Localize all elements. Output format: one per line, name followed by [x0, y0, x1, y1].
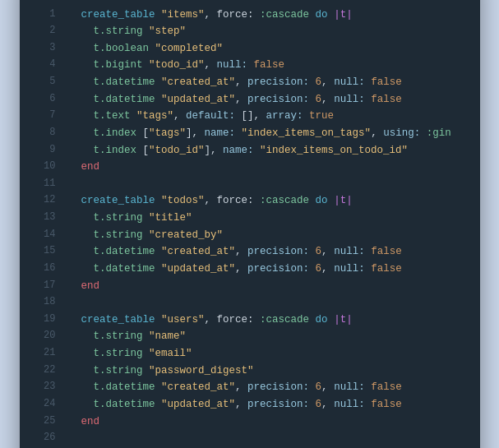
- code-line: 15 t.datetime "created_at", precision: 6…: [33, 243, 467, 261]
- code-line: 14 t.string "created_by": [33, 227, 467, 244]
- code-line: 8 t.index ["tags"], name: "index_items_o…: [33, 125, 467, 142]
- code-line: 6 t.datetime "updated_at", precision: 6,…: [33, 91, 467, 109]
- code-line: 7 t.text "tags", default: [], array: tru…: [33, 108, 467, 125]
- code-line: 25 end: [33, 413, 467, 431]
- code-line: 26: [33, 430, 467, 447]
- code-editor-window: 1 create_table "items", force: :cascade …: [20, 0, 480, 448]
- code-line: 5 t.datetime "created_at", precision: 6,…: [33, 74, 467, 91]
- code-line: 12 create_table "todos", force: :cascade…: [33, 192, 467, 210]
- code-line: 24 t.datetime "updated_at", precision: 6…: [33, 396, 467, 413]
- code-line: 20 t.string "name": [33, 328, 467, 345]
- code-line: 18: [33, 294, 467, 312]
- code-line: 21 t.string "email": [33, 345, 467, 363]
- code-line: 4 t.bigint "todo_id", null: false: [33, 57, 467, 74]
- code-line: 11: [33, 176, 467, 193]
- code-line: 13 t.string "title": [33, 210, 467, 227]
- code-line: 2 t.string "step": [33, 23, 467, 40]
- code-content: 1 create_table "items", force: :cascade …: [20, 0, 480, 448]
- code-line: 10 end: [33, 159, 467, 176]
- code-line: 9 t.index ["todo_id"], name: "index_item…: [33, 142, 467, 159]
- code-line: 22 t.string "password_digest": [33, 363, 467, 380]
- code-line: 23 t.datetime "created_at", precision: 6…: [33, 379, 467, 396]
- code-line: 16 t.datetime "updated_at", precision: 6…: [33, 261, 467, 278]
- code-line: 19 create_table "users", force: :cascade…: [33, 312, 467, 329]
- code-line: 3 t.boolean "completed": [33, 40, 467, 58]
- code-line: 1 create_table "items", force: :cascade …: [33, 7, 467, 24]
- code-line: 17 end: [33, 278, 467, 295]
